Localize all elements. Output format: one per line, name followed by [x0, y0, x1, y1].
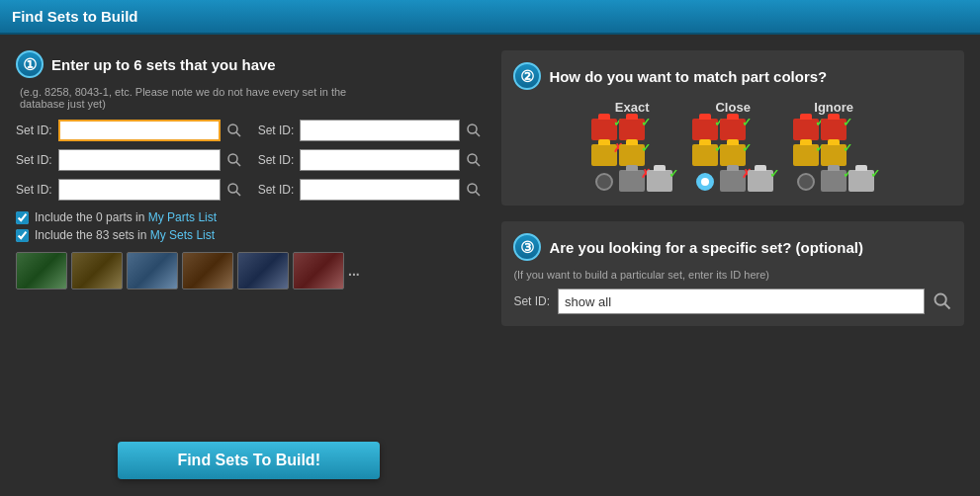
- step1-header: ① Enter up to 6 sets that you have: [16, 50, 482, 78]
- set-id-label-3: Set ID:: [16, 153, 52, 167]
- set-id-input-1[interactable]: [58, 120, 221, 141]
- svg-point-8: [228, 184, 237, 193]
- step1-circle: ①: [16, 50, 44, 78]
- thumb-5[interactable]: [237, 252, 289, 289]
- thumb-3[interactable]: [127, 252, 178, 289]
- search-button-1[interactable]: [226, 123, 242, 138]
- radio-ignore[interactable]: [797, 173, 815, 191]
- step3-search-button[interactable]: [933, 291, 952, 311]
- title-bar: Find Sets to Build: [0, 0, 980, 35]
- parts-checkbox-label: Include the 0 parts in My Parts List: [35, 210, 217, 224]
- checkbox-row-2: Include the 83 sets in My Sets List: [16, 228, 482, 242]
- svg-point-6: [468, 154, 477, 163]
- svg-line-5: [236, 162, 240, 166]
- set-id-label-4: Set ID:: [258, 153, 295, 167]
- page-title: Find Sets to Build: [12, 8, 138, 25]
- parts-checkbox[interactable]: [16, 211, 29, 224]
- step3-circle: ③: [513, 233, 541, 261]
- color-option-ignore[interactable]: Ignore ✓ ✓ ✓: [793, 100, 874, 194]
- set-id-input-4[interactable]: [300, 149, 460, 171]
- set-id-row-3: Set ID:: [16, 149, 242, 171]
- set-id-row-4: Set ID:: [258, 149, 483, 171]
- set-id-label-2: Set ID:: [258, 124, 295, 137]
- svg-point-0: [228, 124, 237, 133]
- checkbox-row-1: Include the 0 parts in My Parts List: [16, 210, 482, 224]
- radio-exact[interactable]: [595, 173, 613, 191]
- parts-list-link[interactable]: My Parts List: [148, 210, 217, 224]
- step3-set-id-row: Set ID:: [513, 289, 952, 314]
- step3-title: Are you looking for a specific set? (opt…: [549, 239, 863, 256]
- color-option-close[interactable]: Close ✓ ✓ ✓: [692, 100, 773, 194]
- set-id-row-2: Set ID:: [258, 120, 483, 141]
- svg-point-10: [468, 184, 477, 193]
- svg-line-3: [476, 132, 480, 136]
- thumb-6[interactable]: [293, 252, 344, 289]
- set-id-label-6: Set ID:: [258, 183, 295, 197]
- thumb-4[interactable]: [182, 252, 233, 289]
- exact-label: Exact: [615, 100, 650, 115]
- set-id-row-1: Set ID:: [16, 120, 242, 141]
- search-button-3[interactable]: [226, 152, 242, 168]
- sets-list-link[interactable]: My Sets List: [150, 228, 215, 242]
- sets-checkbox[interactable]: [16, 229, 29, 242]
- color-options: Exact ✓ ✓: [513, 100, 952, 194]
- svg-line-9: [236, 192, 240, 196]
- ignore-label: Ignore: [814, 100, 853, 115]
- set-id-label-1: Set ID:: [16, 124, 52, 137]
- set-id-grid: Set ID: Set ID:: [16, 120, 482, 201]
- set-id-input-2[interactable]: [300, 120, 460, 141]
- set-id-input-6[interactable]: [300, 179, 460, 201]
- thumbnail-row: ...: [16, 252, 482, 289]
- svg-point-2: [468, 124, 477, 133]
- svg-line-7: [476, 162, 480, 166]
- set-id-input-3[interactable]: [58, 149, 221, 171]
- step3-set-id-input[interactable]: [558, 289, 925, 314]
- svg-point-4: [228, 154, 237, 163]
- search-button-2[interactable]: [466, 123, 482, 138]
- more-indicator: ...: [348, 263, 360, 279]
- search-button-5[interactable]: [226, 182, 242, 198]
- step2-header: ② How do you want to match part colors?: [513, 62, 952, 90]
- svg-line-13: [945, 304, 950, 309]
- set-id-label-5: Set ID:: [16, 183, 52, 197]
- step3-header: ③ Are you looking for a specific set? (o…: [513, 233, 952, 261]
- set-id-input-5[interactable]: [58, 179, 221, 201]
- step1-title: Enter up to 6 sets that you have: [51, 56, 276, 73]
- step2-section: ② How do you want to match part colors? …: [501, 50, 964, 206]
- search-button-6[interactable]: [466, 182, 482, 198]
- left-panel: ① Enter up to 6 sets that you have (e.g.…: [16, 50, 482, 479]
- step1-hint: (e.g. 8258, 8043-1, etc. Please note we …: [20, 86, 482, 110]
- find-button-container: Find Sets To Build!: [16, 434, 482, 479]
- svg-line-11: [476, 192, 480, 196]
- sets-checkbox-label: Include the 83 sets in My Sets List: [35, 228, 215, 242]
- step3-set-id-label: Set ID:: [513, 294, 550, 308]
- step2-title: How do you want to match part colors?: [549, 68, 827, 85]
- set-id-row-6: Set ID:: [258, 179, 483, 201]
- close-label: Close: [715, 100, 750, 115]
- search-button-4[interactable]: [466, 152, 482, 168]
- step2-circle: ②: [513, 62, 541, 90]
- color-option-exact[interactable]: Exact ✓ ✓: [591, 100, 672, 194]
- right-panel: ② How do you want to match part colors? …: [501, 50, 964, 479]
- set-id-row-5: Set ID:: [16, 179, 242, 201]
- step3-section: ③ Are you looking for a specific set? (o…: [501, 221, 964, 326]
- radio-close[interactable]: [696, 173, 714, 191]
- step3-hint: (If you want to build a particular set, …: [513, 269, 952, 281]
- find-sets-button[interactable]: Find Sets To Build!: [118, 442, 380, 479]
- svg-line-1: [236, 132, 240, 136]
- thumb-1[interactable]: [16, 252, 67, 289]
- thumb-2[interactable]: [71, 252, 123, 289]
- svg-point-12: [935, 294, 946, 305]
